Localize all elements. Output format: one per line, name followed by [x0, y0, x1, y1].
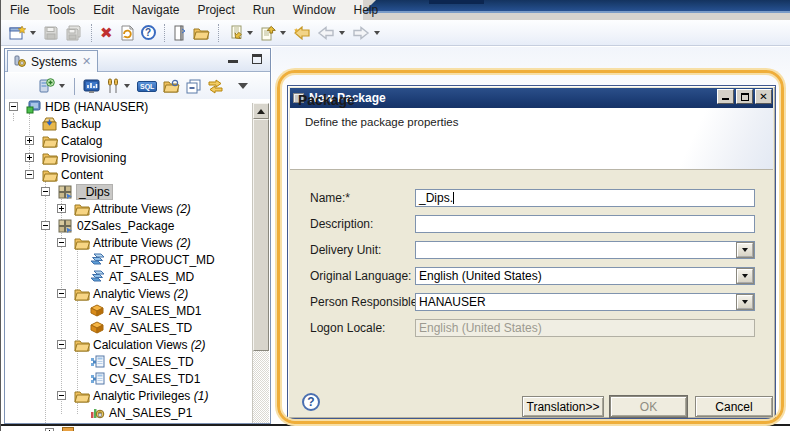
- collapse-expander[interactable]: [57, 289, 66, 298]
- person-responsible-select[interactable]: HANAUSER: [415, 293, 755, 311]
- link-with-editor-icon[interactable]: [204, 76, 227, 96]
- tree-row-at-sales-md[interactable]: AT_SALES_MD: [5, 269, 270, 286]
- attribute-view-icon: [90, 253, 106, 267]
- find-table-icon[interactable]: [160, 76, 183, 96]
- dropdown-arrow-icon[interactable]: [737, 269, 753, 283]
- tab-systems[interactable]: Systems ✕: [7, 50, 98, 72]
- tab-close-icon[interactable]: ✕: [82, 55, 91, 68]
- description-input[interactable]: [415, 215, 755, 233]
- configure-dropdown-icon[interactable]: [124, 84, 130, 88]
- configure-icon[interactable]: [103, 76, 123, 96]
- tree-row-attribute-views[interactable]: Attribute Views (2): [5, 235, 270, 252]
- collapse-expander[interactable]: [57, 391, 66, 400]
- tree-row-0zsales-package[interactable]: 0ZSales_Package: [5, 218, 270, 235]
- expand-expander[interactable]: [25, 136, 34, 145]
- collapse-expander[interactable]: [57, 238, 66, 247]
- package-icon: [62, 427, 74, 431]
- collapse-expander[interactable]: [57, 340, 66, 349]
- window-bottom-rule: [1, 424, 790, 426]
- menu-run[interactable]: Run: [244, 0, 284, 20]
- folder-icon: [74, 338, 90, 352]
- tree-row-analytic-privileges[interactable]: Analytic Privileges (1): [5, 388, 270, 405]
- tree-row-content[interactable]: Content: [5, 167, 270, 184]
- tree-row-system[interactable]: HDB (HANAUSER): [5, 99, 270, 116]
- tree-row-analytic-views[interactable]: Analytic Views (2): [5, 286, 270, 303]
- add-system-icon[interactable]: [35, 76, 58, 96]
- application-window: File Tools Edit Navigate Project Run Win…: [0, 0, 790, 431]
- view-menu-icon[interactable]: [238, 83, 248, 89]
- import-dropdown-icon[interactable]: [247, 31, 253, 35]
- tree-row-dips-package[interactable]: _Dips: [5, 184, 270, 201]
- collapse-expander[interactable]: [41, 187, 50, 196]
- export-icon[interactable]: [257, 23, 279, 43]
- delivery-unit-select[interactable]: [415, 241, 755, 259]
- dialog-minimize-icon[interactable]: [717, 89, 734, 104]
- tree-row-provisioning[interactable]: Provisioning: [5, 150, 270, 167]
- menu-edit[interactable]: Edit: [84, 0, 123, 20]
- dropdown-arrow-icon[interactable]: [737, 295, 753, 309]
- tab-systems-label: Systems: [31, 55, 77, 69]
- import-icon[interactable]: [224, 23, 246, 43]
- sql-console-icon[interactable]: SQL: [134, 76, 160, 96]
- forward-dropdown-icon[interactable]: [374, 31, 380, 35]
- new-wizard-icon[interactable]: [6, 23, 29, 43]
- open-folder-icon[interactable]: [190, 23, 213, 43]
- tree-row-cv-sales-td[interactable]: CV_SALES_TD: [5, 354, 270, 371]
- last-edit-location-icon[interactable]: [290, 23, 314, 43]
- dialog-close-icon[interactable]: ✕: [755, 89, 772, 104]
- expand-expander[interactable]: [57, 204, 66, 213]
- menu-window[interactable]: Window: [284, 0, 345, 20]
- systems-view: Systems ✕ SQL: [4, 48, 271, 424]
- name-input[interactable]: _Dips.: [415, 189, 755, 207]
- open-editor-icon[interactable]: [170, 23, 190, 43]
- menu-help[interactable]: Help: [344, 0, 387, 20]
- administration-console-icon[interactable]: [80, 76, 103, 96]
- new-dropdown-icon[interactable]: [30, 31, 36, 35]
- dialog-help-icon[interactable]: ?: [302, 393, 320, 411]
- folder-icon: [74, 236, 90, 250]
- help-icon[interactable]: ?: [138, 23, 159, 43]
- original-language-select[interactable]: English (United States): [415, 267, 755, 285]
- cancel-button[interactable]: Cancel: [695, 396, 773, 417]
- menu-project[interactable]: Project: [188, 0, 243, 20]
- collapse-expander[interactable]: [25, 170, 34, 179]
- description-label: Description:: [310, 215, 373, 233]
- analytic-view-icon: [90, 321, 106, 335]
- dropdown-arrow-icon[interactable]: [737, 243, 753, 257]
- tree-row-catalog[interactable]: Catalog: [5, 133, 270, 150]
- back-dropdown-icon[interactable]: [339, 31, 345, 35]
- scrollbar-up-icon[interactable]: [253, 103, 269, 119]
- backup-icon: [42, 117, 58, 131]
- menu-navigate[interactable]: Navigate: [123, 0, 188, 20]
- dialog-maximize-icon[interactable]: [736, 89, 753, 104]
- tree-row-an-sales-p1[interactable]: AN_SALES_P1: [5, 405, 270, 422]
- maximized-tab-band: [363, 0, 790, 13]
- expand-expander[interactable]: [25, 153, 34, 162]
- menu-file[interactable]: File: [1, 0, 38, 20]
- tree-row-av-sales-md1[interactable]: AV_SALES_MD1: [5, 303, 270, 320]
- export-dropdown-icon[interactable]: [280, 31, 286, 35]
- tree-row-attribute-views-dips[interactable]: Attribute Views (2): [5, 201, 270, 218]
- add-system-dropdown-icon[interactable]: [59, 84, 65, 88]
- tree-scrollbar[interactable]: [252, 103, 269, 423]
- system-icon: [26, 100, 42, 114]
- translation-button[interactable]: Translation>>: [522, 396, 604, 417]
- collapse-expander[interactable]: [41, 221, 50, 230]
- tree-row-calculation-views[interactable]: Calculation Views (2): [5, 337, 270, 354]
- tree-row-at-product-md[interactable]: AT_PRODUCT_MD: [5, 252, 270, 269]
- collapse-all-icon[interactable]: [183, 76, 204, 96]
- synchronize-icon[interactable]: [116, 23, 138, 43]
- systems-view-icon: [14, 55, 26, 68]
- collapse-expander[interactable]: [9, 102, 18, 111]
- view-maximize-icon[interactable]: [252, 54, 262, 64]
- tree-row-av-sales-td[interactable]: AV_SALES_TD: [5, 320, 270, 337]
- tree-row-cv-sales-td1[interactable]: CV_SALES_TD1: [5, 371, 270, 388]
- scrollbar-thumb[interactable]: [253, 119, 269, 351]
- view-minimize-icon[interactable]: [228, 54, 238, 63]
- menu-tools[interactable]: Tools: [38, 0, 84, 20]
- systems-view-toolbar: SQL: [5, 73, 270, 99]
- dialog-titlebar[interactable]: New Package: [290, 88, 773, 108]
- tree-row-backup[interactable]: Backup: [5, 116, 270, 133]
- delete-icon[interactable]: ✖: [97, 23, 116, 43]
- systems-tree: HDB (HANAUSER) Backup Catalog Provisioni…: [5, 99, 270, 423]
